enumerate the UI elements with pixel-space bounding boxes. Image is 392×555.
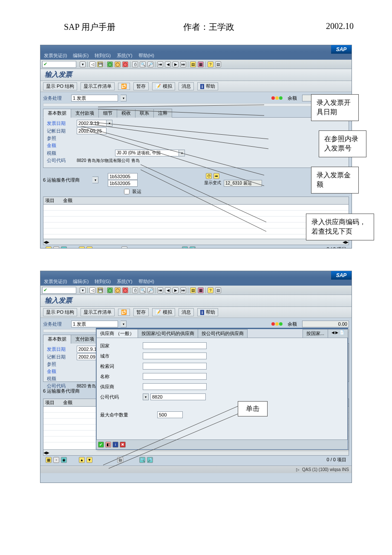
menu-invoice[interactable]: 发票凭证(I) bbox=[44, 52, 67, 59]
clock-icon[interactable]: ⏱ bbox=[206, 173, 212, 179]
popup-maxhits-input[interactable] bbox=[157, 411, 183, 418]
popup-cc-help-icon[interactable]: ▾ bbox=[143, 393, 149, 400]
sort-desc-icon[interactable]: ▼ bbox=[86, 457, 92, 463]
search-icon[interactable]: 🔍 bbox=[139, 457, 145, 463]
toggle-icon[interactable]: 🔁 bbox=[118, 309, 130, 316]
select-all-icon[interactable]: ◉ bbox=[61, 246, 67, 249]
popup-city-input[interactable] bbox=[143, 353, 207, 359]
hist-icon[interactable]: ▤ bbox=[190, 61, 196, 67]
help-button[interactable]: i 帮助 bbox=[197, 82, 218, 90]
show-wl-button[interactable]: 显示工作清单 bbox=[81, 82, 115, 90]
select-all-icon[interactable]: ◉ bbox=[61, 457, 67, 463]
invoice-date-help-icon[interactable]: ▾ bbox=[107, 120, 112, 127]
variant-input[interactable] bbox=[224, 180, 262, 187]
show-po-button[interactable]: 显示 PO 结构 bbox=[43, 308, 77, 316]
dropdown-icon[interactable]: ▾ bbox=[80, 287, 86, 293]
scroll-right-icon[interactable]: ◀▶ bbox=[343, 240, 349, 244]
simulate-button[interactable]: 📝模拟 bbox=[152, 82, 175, 90]
popup-cc-input[interactable] bbox=[150, 393, 206, 400]
find-icon[interactable]: 🔍 bbox=[140, 61, 146, 67]
toggle-icon[interactable]: 🔁 bbox=[118, 83, 130, 90]
popup-name-input[interactable] bbox=[143, 373, 207, 380]
menu-system[interactable]: 系统(Y) bbox=[117, 278, 133, 285]
save-icon[interactable]: 💾 bbox=[97, 61, 103, 67]
first-page-icon[interactable]: ⏮ bbox=[157, 287, 163, 293]
invoice-date-input[interactable] bbox=[77, 120, 107, 127]
table-row[interactable] bbox=[43, 217, 349, 223]
messages-button[interactable]: 消息 bbox=[179, 82, 194, 90]
biz-value-input[interactable] bbox=[71, 321, 118, 327]
popup-multi-icon[interactable]: ◧ bbox=[105, 442, 111, 448]
tab-basic[interactable]: 基本数据 bbox=[43, 335, 71, 344]
help-button[interactable]: i 帮助 bbox=[197, 308, 218, 316]
menu-goto[interactable]: 转到(G) bbox=[95, 278, 111, 285]
agent-code-input[interactable] bbox=[108, 173, 138, 180]
agent-code-input-2[interactable] bbox=[108, 180, 138, 187]
hold-button[interactable]: 暂存 bbox=[133, 82, 149, 90]
popup-search-input[interactable] bbox=[143, 363, 207, 370]
sort-asc-icon[interactable]: ▲ bbox=[79, 457, 85, 463]
nav-exit-icon[interactable]: ◯ bbox=[115, 61, 121, 67]
gui-icon[interactable]: ▤ bbox=[215, 287, 221, 293]
searchnext-icon[interactable]: 🔎 bbox=[147, 457, 153, 463]
back-icon[interactable]: ◁ bbox=[89, 61, 95, 67]
back-icon[interactable]: ◁ bbox=[89, 287, 95, 293]
layout-icon[interactable]: ▦ bbox=[198, 287, 204, 293]
table-scroll[interactable]: ◀▶◀▶ bbox=[43, 239, 349, 245]
tab-payment[interactable]: 支付款项 bbox=[71, 335, 99, 344]
grid-icon[interactable]: ▦ bbox=[46, 457, 52, 463]
table-row[interactable] bbox=[43, 228, 349, 234]
tab-detail[interactable]: 细节 bbox=[98, 109, 117, 118]
nav-cancel-icon[interactable]: ◯ bbox=[122, 287, 128, 293]
table-row[interactable] bbox=[43, 205, 349, 211]
menu-bar[interactable]: 发票凭证(I) 编辑(E) 转到(G) 系统(Y) 帮助(H) bbox=[40, 278, 352, 286]
scroll-left-icon[interactable]: ◀▶ bbox=[43, 451, 49, 455]
agent-dd-icon[interactable]: ▾ bbox=[92, 176, 98, 183]
popup-cancel-icon[interactable]: ✖ bbox=[120, 442, 126, 448]
menu-invoice[interactable]: 发票凭证(I) bbox=[44, 278, 67, 285]
prev-page-icon[interactable]: ◀ bbox=[165, 61, 171, 67]
table-row[interactable] bbox=[43, 223, 349, 228]
popup-tab-nav-icon[interactable]: ◀ ▶ 📄 bbox=[328, 329, 348, 338]
last-page-icon[interactable]: ⏭ bbox=[180, 287, 186, 293]
popup-vendor-input[interactable] bbox=[143, 383, 207, 390]
tab-contact[interactable]: 联系 bbox=[135, 109, 154, 118]
layout-icon[interactable]: ▦ bbox=[198, 61, 204, 67]
popup-info-icon[interactable]: i bbox=[112, 442, 118, 448]
popup-country-input[interactable] bbox=[143, 342, 207, 349]
popup-tab-country-cc[interactable]: 按国家/公司代码的供应商 bbox=[138, 329, 198, 338]
nav-exit-icon[interactable]: ◯ bbox=[115, 287, 121, 293]
popup-ok-icon[interactable]: ✔ bbox=[98, 442, 104, 448]
popup-tab-country[interactable]: 按国家... bbox=[303, 329, 328, 338]
menu-bar[interactable]: 发票凭证(I) 编辑(E) 转到(G) 系统(Y) 帮助(H) bbox=[40, 52, 352, 60]
layout-btn-icon[interactable]: ▤ bbox=[121, 246, 127, 249]
findnext-icon[interactable]: 🔎 bbox=[147, 61, 153, 67]
hold-button[interactable]: 暂存 bbox=[133, 308, 149, 316]
search-icon[interactable]: 🔍 bbox=[182, 246, 188, 249]
biz-dropdown-icon[interactable]: ▾ bbox=[121, 321, 127, 327]
popup-tabs[interactable]: 供应商 （一般） 按国家/公司代码的供应商 按公司代码的供应商 按国家... ◀… bbox=[96, 329, 348, 338]
next-page-icon[interactable]: ▶ bbox=[173, 61, 179, 67]
last-page-icon[interactable]: ⏭ bbox=[180, 61, 186, 67]
simulate-button[interactable]: 📝模拟 bbox=[152, 308, 175, 316]
menu-help[interactable]: 帮助(H) bbox=[138, 52, 154, 59]
findnext-icon[interactable]: 🔎 bbox=[147, 287, 153, 293]
help-icon[interactable]: ? bbox=[208, 287, 213, 293]
next-page-icon[interactable]: ▶ bbox=[173, 287, 179, 293]
exec-icon[interactable]: ➡ bbox=[213, 173, 219, 179]
layout-btn-icon[interactable]: ▤ bbox=[117, 457, 123, 463]
first-page-icon[interactable]: ⏮ bbox=[157, 61, 163, 67]
popup-tab-general[interactable]: 供应商 （一般） bbox=[96, 329, 138, 338]
tab-tax[interactable]: 税收 bbox=[117, 109, 135, 118]
menu-edit[interactable]: 编辑(E) bbox=[73, 52, 89, 59]
print-icon[interactable]: ⎙ bbox=[132, 61, 138, 67]
command-field[interactable]: ✔ bbox=[42, 287, 76, 294]
hist-icon[interactable]: ▤ bbox=[190, 287, 196, 293]
menu-goto[interactable]: 转到(G) bbox=[95, 52, 111, 59]
sel-icon[interactable]: ▫ bbox=[53, 246, 59, 249]
popup-tab-cc[interactable]: 按公司代码的供应商 bbox=[198, 329, 248, 338]
menu-edit[interactable]: 编辑(E) bbox=[73, 278, 89, 285]
biz-dropdown-icon[interactable]: ▾ bbox=[121, 95, 127, 101]
command-field[interactable]: ✔ bbox=[42, 61, 76, 68]
sel-icon[interactable]: ▫ bbox=[53, 457, 59, 463]
